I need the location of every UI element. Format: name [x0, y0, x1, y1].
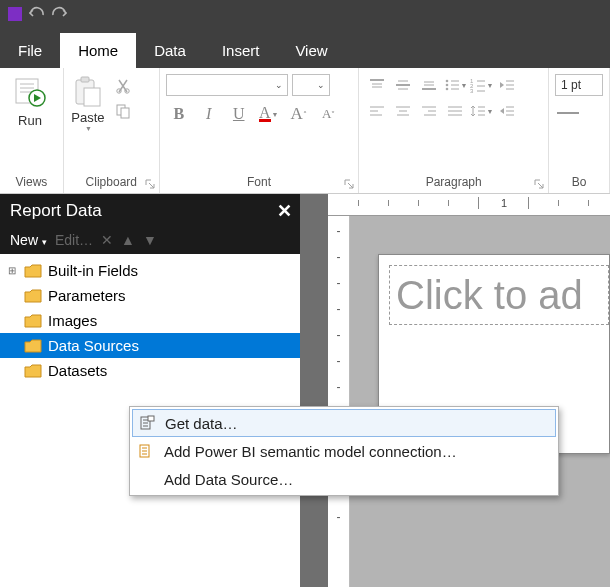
paste-label: Paste: [71, 110, 104, 125]
tree-item-parameters[interactable]: Parameters: [0, 283, 300, 308]
cut-button[interactable]: [112, 76, 134, 96]
pbi-dataset-icon: [136, 442, 156, 460]
tab-home[interactable]: Home: [60, 33, 136, 68]
italic-button[interactable]: I: [196, 102, 222, 126]
tree-item-data-sources[interactable]: Data Sources: [0, 333, 300, 358]
menu-item-add-data-source[interactable]: Add Data Source…: [132, 465, 556, 493]
svg-marker-53: [500, 108, 504, 114]
bullet-list-button[interactable]: ▼: [443, 74, 467, 96]
dialog-launcher-icon[interactable]: [343, 178, 355, 190]
tree-item-datasets[interactable]: Datasets: [0, 358, 300, 383]
design-canvas[interactable]: 1 ------------ Click to ad: [300, 194, 610, 587]
get-data-icon: [137, 414, 157, 432]
number-list-button[interactable]: 123▼: [469, 74, 493, 96]
svg-text:3: 3: [470, 88, 474, 93]
horizontal-ruler: 1: [328, 194, 610, 216]
svg-rect-8: [84, 88, 100, 106]
font-family-combo[interactable]: ⌄: [166, 74, 288, 96]
grow-font-button[interactable]: A˄: [286, 102, 312, 126]
svg-point-26: [446, 88, 449, 91]
align-top-button[interactable]: [365, 74, 389, 96]
copy-button[interactable]: [112, 101, 134, 121]
tab-data[interactable]: Data: [136, 33, 204, 68]
underline-button[interactable]: U: [226, 102, 252, 126]
tree-item-images[interactable]: Images: [0, 308, 300, 333]
paste-button[interactable]: Paste ▼: [70, 74, 106, 132]
shrink-font-button[interactable]: A˅: [316, 102, 342, 126]
dialog-launcher-icon[interactable]: [144, 178, 156, 190]
folder-icon: [24, 364, 42, 378]
font-color-button[interactable]: A▼: [256, 102, 282, 126]
delete-icon: ✕: [101, 232, 113, 248]
line-spacing-button[interactable]: ▼: [469, 100, 493, 122]
justify-button[interactable]: [443, 100, 467, 122]
move-down-icon: ▼: [143, 232, 157, 248]
ribbon-group-font: ⌄ ⌄ B I U A▼ A˄ A˅ Font: [160, 68, 360, 193]
border-style-button[interactable]: [555, 102, 579, 124]
folder-icon: [24, 264, 42, 278]
redo-button[interactable]: [50, 5, 68, 23]
expand-icon[interactable]: ⊞: [6, 265, 18, 276]
tree-item-builtin-fields[interactable]: ⊞ Built-in Fields: [0, 258, 300, 283]
chevron-down-icon: ⌄: [275, 80, 283, 90]
run-button[interactable]: Run: [6, 74, 54, 128]
panel-title: Report Data: [10, 201, 102, 221]
vertical-ruler: ------------: [328, 216, 350, 587]
increase-indent-button[interactable]: [495, 100, 519, 122]
align-middle-button[interactable]: [391, 74, 415, 96]
tab-view[interactable]: View: [277, 33, 345, 68]
save-button[interactable]: [6, 5, 24, 23]
title-bar: [0, 0, 610, 28]
menubar: File Home Data Insert View: [0, 28, 610, 68]
run-label: Run: [18, 113, 42, 128]
ribbon-group-paragraph: ▼ 123▼ ▼ Paragraph: [359, 68, 549, 193]
body: Report Data ✕ New ▾ Edit… ✕ ▲ ▼ ⊞ Built-…: [0, 194, 610, 587]
menu-item-get-data[interactable]: Get data…: [132, 409, 556, 437]
ribbon-group-border: 1 pt Bo: [549, 68, 610, 193]
chevron-down-icon: ▼: [85, 125, 92, 132]
undo-button[interactable]: [28, 5, 46, 23]
align-center-button[interactable]: [391, 100, 415, 122]
align-bottom-button[interactable]: [417, 74, 441, 96]
decrease-indent-button[interactable]: [495, 74, 519, 96]
context-menu: Get data… Add Power BI semantic model co…: [129, 406, 559, 496]
svg-point-22: [446, 80, 449, 83]
align-left-button[interactable]: [365, 100, 389, 122]
folder-icon: [24, 314, 42, 328]
border-group-label: Bo: [555, 173, 603, 191]
folder-icon: [24, 289, 42, 303]
edit-button: Edit…: [55, 232, 93, 248]
folder-icon: [24, 339, 42, 353]
font-size-combo[interactable]: ⌄: [292, 74, 330, 96]
paragraph-group-label: Paragraph: [365, 173, 542, 191]
svg-rect-62: [148, 416, 154, 421]
svg-point-24: [446, 84, 449, 87]
close-icon[interactable]: ✕: [277, 200, 292, 222]
menu-item-add-pbi-model[interactable]: Add Power BI semantic model connection…: [132, 437, 556, 465]
bold-button[interactable]: B: [166, 102, 192, 126]
title-textbox[interactable]: Click to ad: [389, 265, 609, 325]
move-up-icon: ▲: [121, 232, 135, 248]
new-dropdown[interactable]: New ▾: [10, 232, 47, 248]
report-data-panel: Report Data ✕ New ▾ Edit… ✕ ▲ ▼ ⊞ Built-…: [0, 194, 300, 587]
tab-file[interactable]: File: [0, 33, 60, 68]
clipboard-group-label: Clipboard: [70, 173, 153, 191]
chevron-down-icon: ⌄: [317, 80, 325, 90]
ribbon: Run Views Paste ▼: [0, 68, 610, 194]
views-group-label: Views: [6, 173, 57, 191]
ribbon-group-views: Run Views: [0, 68, 64, 193]
svg-rect-7: [81, 77, 89, 82]
border-width-combo[interactable]: 1 pt: [555, 74, 603, 96]
align-right-button[interactable]: [417, 100, 441, 122]
blank-icon: [136, 470, 156, 488]
svg-rect-12: [121, 108, 129, 118]
tab-insert[interactable]: Insert: [204, 33, 278, 68]
svg-marker-34: [500, 82, 504, 88]
font-group-label: Font: [166, 173, 353, 191]
ribbon-group-clipboard: Paste ▼ Clipboard: [64, 68, 160, 193]
dialog-launcher-icon[interactable]: [533, 178, 545, 190]
